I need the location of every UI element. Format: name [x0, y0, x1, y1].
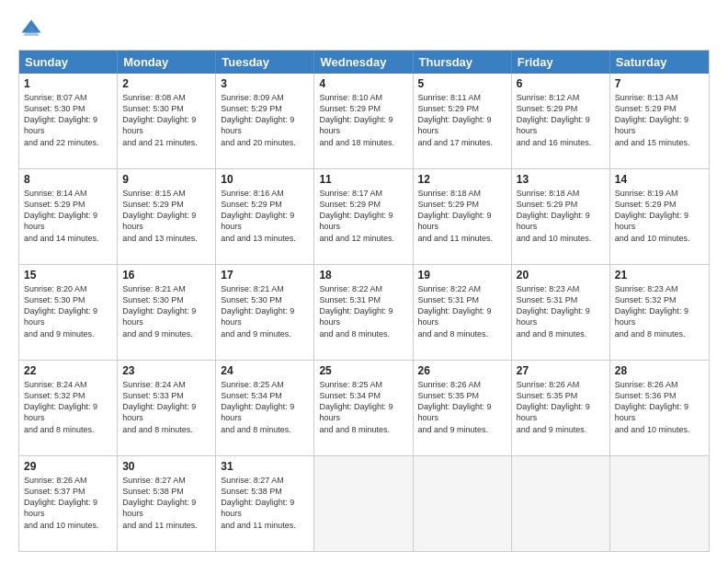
daylight-minutes: and and 8 minutes. [319, 328, 407, 339]
day-cell-15: 15Sunrise: 8:20 AMSunset: 5:30 PMDayligh… [19, 265, 118, 360]
daylight-minutes: and and 13 minutes. [122, 233, 210, 244]
day-number: 27 [517, 364, 605, 377]
daylight-minutes: and and 13 minutes. [221, 233, 309, 244]
day-cell-29: 29Sunrise: 8:26 AMSunset: 5:37 PMDayligh… [19, 456, 118, 551]
daylight-label: Daylight: Daylight: 9 hours [319, 210, 407, 232]
day-cell-24: 24Sunrise: 8:25 AMSunset: 5:34 PMDayligh… [216, 361, 314, 455]
sunrise-text: Sunrise: 8:21 AM [122, 283, 210, 294]
sunrise-text: Sunrise: 8:20 AM [24, 283, 112, 294]
daylight-label: Daylight: Daylight: 9 hours [517, 305, 605, 327]
day-cell-2: 2Sunrise: 8:08 AMSunset: 5:30 PMDaylight… [118, 74, 216, 168]
logo-icon [18, 17, 44, 42]
sunrise-text: Sunrise: 8:25 AM [221, 379, 309, 390]
day-number: 18 [319, 269, 407, 282]
calendar-header: SundayMondayTuesdayWednesdayThursdayFrid… [19, 51, 709, 74]
sunset-text: Sunset: 5:30 PM [221, 294, 309, 305]
daylight-label: Daylight: Daylight: 9 hours [319, 305, 407, 327]
day-number: 20 [517, 269, 605, 282]
daylight-minutes: and and 8 minutes. [615, 328, 704, 339]
sunrise-text: Sunrise: 8:26 AM [615, 379, 704, 390]
sunset-text: Sunset: 5:31 PM [319, 294, 407, 305]
sunrise-text: Sunrise: 8:22 AM [319, 283, 407, 294]
sunset-text: Sunset: 5:34 PM [319, 390, 407, 401]
day-cell-13: 13Sunrise: 8:18 AMSunset: 5:29 PMDayligh… [512, 169, 610, 264]
day-cell-25: 25Sunrise: 8:25 AMSunset: 5:34 PMDayligh… [314, 361, 413, 455]
daylight-label: Daylight: Daylight: 9 hours [221, 114, 309, 136]
daylight-minutes: and and 8 minutes. [418, 328, 506, 339]
sunrise-text: Sunrise: 8:09 AM [221, 92, 309, 103]
day-number: 14 [615, 173, 704, 186]
daylight-label: Daylight: Daylight: 9 hours [24, 497, 112, 519]
sunrise-text: Sunrise: 8:24 AM [24, 379, 112, 390]
daylight-label: Daylight: Daylight: 9 hours [122, 305, 210, 327]
day-cell-11: 11Sunrise: 8:17 AMSunset: 5:29 PMDayligh… [314, 169, 413, 264]
sunrise-text: Sunrise: 8:27 AM [122, 475, 210, 486]
day-number: 8 [24, 173, 112, 186]
daylight-minutes: and and 8 minutes. [319, 424, 407, 435]
week-row-1: 1Sunrise: 8:07 AMSunset: 5:30 PMDaylight… [19, 74, 709, 168]
day-header-monday: Monday [118, 51, 216, 74]
empty-cell [314, 456, 413, 551]
day-number: 11 [319, 173, 407, 186]
daylight-minutes: and and 9 minutes. [517, 424, 605, 435]
sunrise-text: Sunrise: 8:07 AM [24, 92, 112, 103]
daylight-minutes: and and 9 minutes. [221, 328, 309, 339]
daylight-label: Daylight: Daylight: 9 hours [122, 497, 210, 519]
daylight-minutes: and and 8 minutes. [221, 424, 309, 435]
week-row-2: 8Sunrise: 8:14 AMSunset: 5:29 PMDaylight… [19, 168, 709, 264]
empty-cell [414, 456, 512, 551]
sunrise-text: Sunrise: 8:13 AM [615, 92, 704, 103]
sunset-text: Sunset: 5:29 PM [418, 103, 506, 114]
sunset-text: Sunset: 5:34 PM [221, 390, 309, 401]
day-header-friday: Friday [512, 51, 610, 74]
daylight-label: Daylight: Daylight: 9 hours [319, 401, 407, 423]
day-cell-3: 3Sunrise: 8:09 AMSunset: 5:29 PMDaylight… [216, 74, 314, 168]
sunrise-text: Sunrise: 8:23 AM [517, 283, 605, 294]
sunrise-text: Sunrise: 8:10 AM [319, 92, 407, 103]
day-cell-14: 14Sunrise: 8:19 AMSunset: 5:29 PMDayligh… [610, 169, 709, 264]
day-cell-12: 12Sunrise: 8:18 AMSunset: 5:29 PMDayligh… [414, 169, 512, 264]
daylight-minutes: and and 10 minutes. [615, 233, 704, 244]
day-cell-6: 6Sunrise: 8:12 AMSunset: 5:29 PMDaylight… [512, 74, 610, 168]
daylight-minutes: and and 8 minutes. [517, 328, 605, 339]
day-cell-17: 17Sunrise: 8:21 AMSunset: 5:30 PMDayligh… [216, 265, 314, 360]
daylight-label: Daylight: Daylight: 9 hours [615, 401, 704, 423]
sunset-text: Sunset: 5:29 PM [24, 199, 112, 210]
daylight-label: Daylight: Daylight: 9 hours [319, 114, 407, 136]
day-cell-30: 30Sunrise: 8:27 AMSunset: 5:38 PMDayligh… [118, 456, 216, 551]
daylight-minutes: and and 14 minutes. [24, 233, 112, 244]
sunrise-text: Sunrise: 8:27 AM [221, 475, 309, 486]
week-row-5: 29Sunrise: 8:26 AMSunset: 5:37 PMDayligh… [19, 455, 709, 551]
daylight-label: Daylight: Daylight: 9 hours [221, 401, 309, 423]
daylight-minutes: and and 17 minutes. [418, 137, 506, 148]
sunrise-text: Sunrise: 8:12 AM [517, 92, 605, 103]
daylight-label: Daylight: Daylight: 9 hours [24, 210, 112, 232]
day-cell-27: 27Sunrise: 8:26 AMSunset: 5:35 PMDayligh… [512, 361, 610, 455]
calendar-body: 1Sunrise: 8:07 AMSunset: 5:30 PMDaylight… [19, 74, 709, 551]
daylight-label: Daylight: Daylight: 9 hours [24, 114, 112, 136]
daylight-label: Daylight: Daylight: 9 hours [517, 210, 605, 232]
day-number: 2 [122, 77, 210, 90]
day-cell-23: 23Sunrise: 8:24 AMSunset: 5:33 PMDayligh… [118, 361, 216, 455]
day-number: 31 [221, 460, 309, 473]
daylight-minutes: and and 8 minutes. [24, 424, 112, 435]
header [18, 17, 710, 42]
sunset-text: Sunset: 5:29 PM [615, 103, 704, 114]
daylight-minutes: and and 10 minutes. [615, 424, 704, 435]
daylight-minutes: and and 11 minutes. [221, 520, 309, 531]
sunset-text: Sunset: 5:29 PM [615, 199, 704, 210]
day-number: 5 [418, 77, 506, 90]
day-cell-5: 5Sunrise: 8:11 AMSunset: 5:29 PMDaylight… [414, 74, 512, 168]
day-number: 3 [221, 77, 309, 90]
day-number: 10 [221, 173, 309, 186]
daylight-label: Daylight: Daylight: 9 hours [24, 401, 112, 423]
day-header-wednesday: Wednesday [314, 51, 413, 74]
day-cell-31: 31Sunrise: 8:27 AMSunset: 5:38 PMDayligh… [216, 456, 314, 551]
daylight-minutes: and and 9 minutes. [418, 424, 506, 435]
day-header-tuesday: Tuesday [216, 51, 314, 74]
sunset-text: Sunset: 5:35 PM [517, 390, 605, 401]
day-cell-19: 19Sunrise: 8:22 AMSunset: 5:31 PMDayligh… [414, 265, 512, 360]
sunrise-text: Sunrise: 8:16 AM [221, 188, 309, 199]
calendar: SundayMondayTuesdayWednesdayThursdayFrid… [18, 50, 710, 552]
sunset-text: Sunset: 5:38 PM [221, 486, 309, 497]
